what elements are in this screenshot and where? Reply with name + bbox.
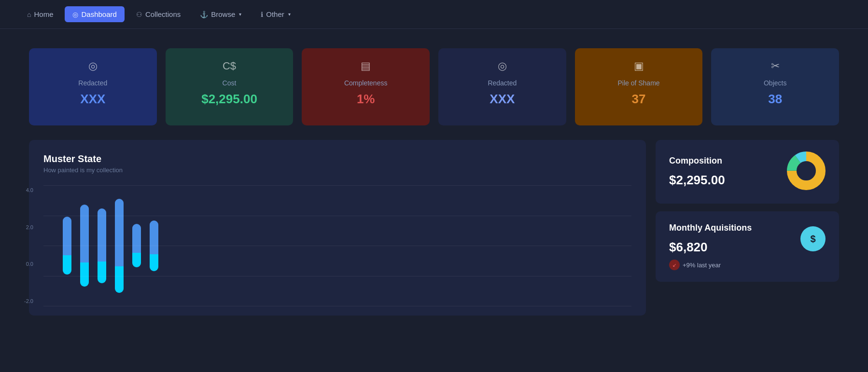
card-icon-objects: ✂ [771,60,780,72]
bar-upper-3 [115,199,124,266]
grid-line-3 [43,276,631,276]
grid-line-top [43,185,631,186]
stat-card-redacted1[interactable]: ◎ Redacted XXX [29,48,157,125]
bar-lower-4 [132,253,141,267]
muster-title: Muster State [43,153,631,165]
monthly-left: Monthly Aquisitions $6,820 [669,223,752,255]
main-content: ◎ Redacted XXX C$ Cost $2,295.00 ▤ Compl… [0,29,868,335]
card-label-cost: Cost [223,79,237,87]
card-icon-redacted1: ◎ [88,60,98,72]
muster-state-card: Muster State How painted is my collectio… [29,140,646,316]
card-icon-pile-of-shame: ▣ [634,60,644,72]
y-axis: 4.0 2.0 0.0 -2.0 [24,185,33,306]
y-label-4: 4.0 [26,187,33,193]
y-label-neg2: -2.0 [24,298,33,304]
card-value-redacted2: XXX [490,92,515,107]
stat-card-redacted2[interactable]: ◎ Redacted XXX [438,48,566,125]
card-label-pile-of-shame: Pile of Shame [617,79,659,87]
nav-other-label: Other [266,10,284,18]
browse-icon: ⚓ [200,11,208,18]
bar-lower-2 [98,262,106,283]
trend-arrow-icon: ↙ [672,262,676,268]
y-label-0: 0.0 [26,261,33,267]
composition-title: Composition [669,156,725,166]
muster-subtitle: How painted is my collection [43,166,631,174]
card-icon-completeness: ▤ [361,60,371,72]
home-icon: ⌂ [27,11,31,18]
monthly-title: Monthly Aquisitions [669,223,752,233]
composition-row: Composition $2,295.00 [669,152,826,192]
bar-upper-0 [63,217,71,255]
stat-card-cost[interactable]: C$ Cost $2,295.00 [166,48,294,125]
nav-dashboard[interactable]: ◎ Dashboard [65,6,124,22]
card-value-redacted1: XXX [80,92,105,107]
card-value-completeness: 1% [357,92,375,107]
card-value-pile-of-shame: 37 [632,92,646,107]
navbar: ⌂ Home ◎ Dashboard ⚇ Collections ⚓ Brows… [0,0,868,29]
composition-amount: $2,295.00 [669,173,725,188]
card-label-objects: Objects [764,79,786,87]
card-icon-redacted2: ◎ [498,60,507,72]
nav-home-label: Home [34,10,53,18]
card-icon-cost: C$ [223,60,236,72]
monthly-row: Monthly Aquisitions $6,820 $ [669,223,826,255]
nav-other[interactable]: ℹ Other ▾ [253,6,298,22]
other-icon: ℹ [261,11,263,18]
card-label-redacted1: Redacted [78,79,107,87]
grid-line-mid [43,246,631,246]
monthly-badge-icon: $ [810,234,815,245]
trend-icon: ↙ [669,260,680,270]
other-chevron-icon: ▾ [288,12,291,17]
monthly-amount: $6,820 [669,240,752,255]
stat-cards-row: ◎ Redacted XXX C$ Cost $2,295.00 ▤ Compl… [29,48,839,125]
composition-card: Composition $2,295.00 [656,140,839,204]
nav-collections-label: Collections [145,10,181,18]
card-label-completeness: Completeness [344,79,388,87]
trend-text: +9% last year [683,262,721,269]
bar-upper-5 [150,220,158,254]
nav-dashboard-label: Dashboard [81,10,116,18]
monthly-badge: $ [800,226,826,251]
bar-upper-4 [132,224,141,253]
grid-line-bottom [43,306,631,306]
bar-lower-3 [115,266,124,293]
nav-browse[interactable]: ⚓ Browse ▾ [192,6,249,22]
right-sidebar: Composition $2,295.00 [656,140,839,316]
monthly-acquisitions-card: Monthly Aquisitions $6,820 $ ↙ +9% last … [656,211,839,282]
card-label-redacted2: Redacted [488,79,517,87]
stat-card-pile-of-shame[interactable]: ▣ Pile of Shame 37 [575,48,703,125]
stat-card-completeness[interactable]: ▤ Completeness 1% [302,48,430,125]
bar-chart: 4.0 2.0 0.0 -2.0 [43,185,631,306]
nav-browse-label: Browse [211,10,235,18]
composition-left: Composition $2,295.00 [669,156,725,188]
nav-home[interactable]: ⌂ Home [19,6,61,22]
card-value-objects: 38 [768,92,782,107]
bar-upper-1 [80,205,89,262]
composition-pie [787,152,826,192]
collections-icon: ⚇ [136,11,142,18]
stat-card-objects[interactable]: ✂ Objects 38 [711,48,839,125]
bar-upper-2 [98,208,106,262]
card-value-cost: $2,295.00 [201,92,257,107]
nav-collections[interactable]: ⚇ Collections [128,6,188,22]
browse-chevron-icon: ▾ [239,12,241,17]
dashboard-icon: ◎ [72,11,78,18]
bar-lower-1 [80,262,89,287]
pie-chart-svg [787,152,826,190]
monthly-trend: ↙ +9% last year [669,260,826,270]
bar-lower-0 [63,255,71,275]
grid-line-1 [43,216,631,216]
bar-lower-5 [150,254,158,271]
bottom-section: Muster State How painted is my collectio… [29,140,839,316]
y-label-2: 2.0 [26,224,33,230]
